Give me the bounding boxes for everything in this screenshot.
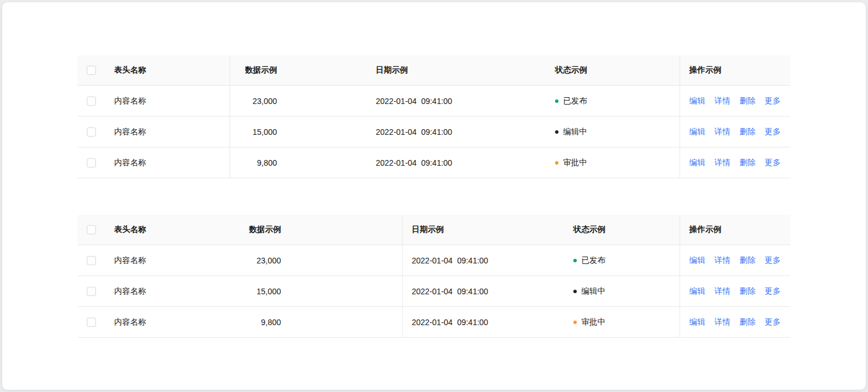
- detail-link[interactable]: 详情: [714, 317, 730, 327]
- status-label: 编辑中: [581, 286, 605, 297]
- edit-link[interactable]: 编辑: [689, 96, 705, 106]
- table-1: 表头名称 数据示例 日期示例 状态示例 操作示例 内容名称 23,000 202…: [78, 55, 790, 178]
- cell-name: 内容名称: [105, 307, 230, 337]
- cell-name: 内容名称: [105, 245, 230, 275]
- cell-date: 2022-01-04 09:41:00: [367, 117, 546, 147]
- status-dot: [555, 161, 558, 165]
- checkbox-cell: [78, 86, 105, 116]
- cell-actions: 编辑 详情 删除 更多: [680, 147, 790, 178]
- more-link[interactable]: 更多: [765, 158, 781, 168]
- row-checkbox[interactable]: [87, 256, 96, 265]
- row-checkbox[interactable]: [87, 158, 96, 167]
- table-1-header-row: 表头名称 数据示例 日期示例 状态示例 操作示例: [78, 55, 790, 86]
- row-checkbox[interactable]: [87, 287, 96, 296]
- more-link[interactable]: 更多: [765, 96, 781, 106]
- checkbox-cell: [78, 276, 105, 306]
- cell-status: 编辑中: [546, 117, 680, 147]
- edit-link[interactable]: 编辑: [689, 286, 705, 297]
- table-row: 内容名称 23,000 2022-01-04 09:41:00 已发布 编辑 详…: [78, 86, 790, 117]
- more-link[interactable]: 更多: [765, 255, 781, 266]
- header-checkbox-cell: [78, 55, 105, 85]
- cell-name: 内容名称: [105, 117, 230, 147]
- row-checkbox[interactable]: [87, 127, 96, 137]
- cell-status: 已发布: [564, 245, 680, 275]
- status-label: 审批中: [581, 317, 605, 327]
- status-dot: [573, 321, 577, 324]
- page-background: { "colors": { "page_bg": "#ecedef", "car…: [0, 0, 868, 392]
- detail-link[interactable]: 详情: [714, 127, 730, 137]
- detail-link[interactable]: 详情: [714, 158, 730, 168]
- status-dot: [555, 99, 558, 103]
- delete-link[interactable]: 删除: [740, 255, 756, 266]
- cell-date: 2022-01-04 09:41:00: [403, 245, 564, 275]
- cell-actions: 编辑 详情 删除 更多: [680, 307, 790, 337]
- more-link[interactable]: 更多: [765, 317, 781, 327]
- edit-link[interactable]: 编辑: [689, 255, 705, 266]
- more-link[interactable]: 更多: [765, 127, 781, 137]
- detail-link[interactable]: 详情: [714, 255, 730, 266]
- cell-actions: 编辑 详情 删除 更多: [680, 245, 790, 275]
- column-header-actions: 操作示例: [680, 215, 790, 245]
- cell-data: 9,800: [230, 147, 286, 178]
- table-row: 内容名称 23,000 2022-01-04 09:41:00 已发布 编辑 详…: [78, 245, 790, 276]
- column-header-name: 表头名称: [105, 55, 230, 85]
- spacer-cell: [290, 215, 403, 245]
- detail-link[interactable]: 详情: [714, 96, 730, 106]
- cell-date: 2022-01-04 09:41:00: [403, 307, 564, 337]
- cell-name: 内容名称: [105, 147, 230, 178]
- cell-status: 审批中: [546, 147, 680, 178]
- spacer-cell: [290, 307, 403, 337]
- spacer-cell: [286, 117, 367, 147]
- spacer-cell: [290, 245, 403, 275]
- header-checkbox-cell: [78, 215, 105, 245]
- select-all-checkbox[interactable]: [87, 66, 96, 75]
- delete-link[interactable]: 删除: [740, 96, 756, 106]
- column-header-actions: 操作示例: [680, 55, 790, 85]
- more-link[interactable]: 更多: [765, 286, 781, 297]
- column-header-status: 状态示例: [546, 55, 680, 85]
- status-label: 已发布: [563, 96, 587, 106]
- table-row: 内容名称 9,800 2022-01-04 09:41:00 审批中 编辑 详情…: [78, 307, 790, 338]
- spacer-cell: [286, 55, 367, 85]
- cell-data: 9,800: [230, 307, 290, 337]
- row-checkbox[interactable]: [87, 97, 96, 106]
- edit-link[interactable]: 编辑: [689, 317, 705, 327]
- cell-status: 编辑中: [564, 276, 680, 306]
- column-header-date: 日期示例: [367, 55, 546, 85]
- column-header-data: 数据示例: [230, 55, 286, 85]
- spacer-cell: [286, 86, 367, 116]
- delete-link[interactable]: 删除: [740, 317, 756, 327]
- cell-data: 15,000: [230, 117, 286, 147]
- status-label: 已发布: [581, 255, 605, 266]
- column-header-date: 日期示例: [403, 215, 564, 245]
- row-checkbox[interactable]: [87, 318, 96, 327]
- column-header-status: 状态示例: [564, 215, 680, 245]
- edit-link[interactable]: 编辑: [689, 127, 705, 137]
- delete-link[interactable]: 删除: [740, 158, 756, 168]
- checkbox-cell: [78, 245, 105, 275]
- table-2-header-row: 表头名称 数据示例 日期示例 状态示例 操作示例: [78, 215, 790, 245]
- cell-actions: 编辑 详情 删除 更多: [680, 117, 790, 147]
- cell-date: 2022-01-04 09:41:00: [367, 147, 546, 178]
- cell-actions: 编辑 详情 删除 更多: [680, 86, 790, 116]
- content-card: 表头名称 数据示例 日期示例 状态示例 操作示例 内容名称 23,000 202…: [2, 2, 866, 390]
- spacer-cell: [286, 147, 367, 178]
- detail-link[interactable]: 详情: [714, 286, 730, 297]
- cell-name: 内容名称: [105, 276, 230, 306]
- status-dot: [573, 290, 577, 293]
- table-row: 内容名称 15,000 2022-01-04 09:41:00 编辑中 编辑 详…: [78, 276, 790, 307]
- delete-link[interactable]: 删除: [740, 127, 756, 137]
- edit-link[interactable]: 编辑: [689, 158, 705, 168]
- status-dot: [573, 259, 577, 262]
- cell-name: 内容名称: [105, 86, 230, 116]
- cell-status: 审批中: [564, 307, 680, 337]
- checkbox-cell: [78, 147, 105, 178]
- cell-data: 15,000: [230, 276, 290, 306]
- status-label: 审批中: [563, 158, 587, 168]
- spacer-cell: [290, 276, 403, 306]
- status-label: 编辑中: [563, 127, 587, 137]
- cell-date: 2022-01-04 09:41:00: [367, 86, 546, 116]
- select-all-checkbox[interactable]: [87, 225, 96, 234]
- delete-link[interactable]: 删除: [740, 286, 756, 297]
- cell-status: 已发布: [546, 86, 680, 116]
